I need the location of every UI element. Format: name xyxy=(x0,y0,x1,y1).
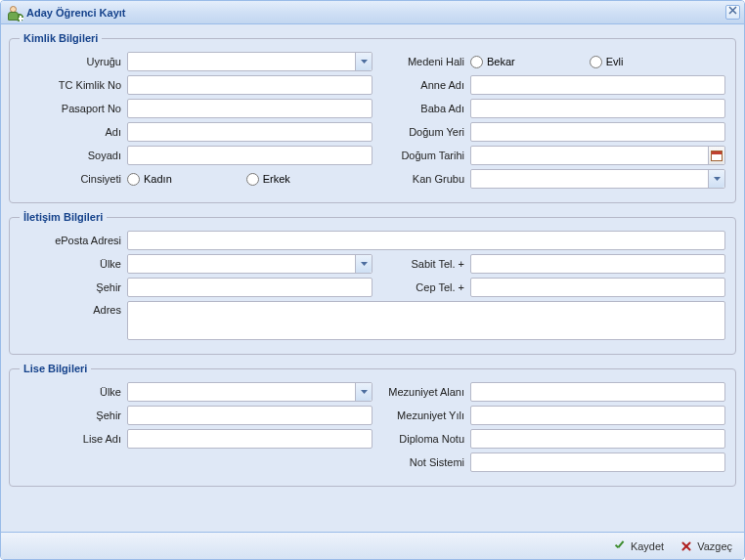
footer-toolbar: Kaydet Vazgeç xyxy=(1,532,744,559)
save-button-label: Kaydet xyxy=(631,540,664,552)
label-mezuniyet-yili: Mezuniyet Yılı xyxy=(372,409,470,421)
section-school: Lise Bilgileri Ülke xyxy=(9,363,736,487)
radio-kadin-label: Kadın xyxy=(144,173,172,185)
dogum-tarihi-input[interactable] xyxy=(471,147,708,164)
label-kan-grubu: Kan Grubu xyxy=(372,173,470,185)
body-area: Kimlik Bilgileri Uyruğu xyxy=(1,24,744,532)
section-contact-legend: İletişim Bilgileri xyxy=(20,211,107,223)
radio-evli-label: Evli xyxy=(606,56,624,67)
soyadi-input[interactable] xyxy=(127,146,372,165)
contact-ulke-input[interactable] xyxy=(128,255,355,273)
label-adres: Adres xyxy=(20,301,127,316)
mezuniyet-alani-input[interactable] xyxy=(470,382,725,402)
radio-kadin[interactable]: Kadın xyxy=(127,173,172,186)
label-contact-ulke: Ülke xyxy=(20,258,127,270)
baba-adi-input[interactable] xyxy=(470,99,725,118)
adi-input[interactable] xyxy=(127,122,372,142)
label-anne-adi: Anne Adı xyxy=(372,79,470,91)
label-dogum-yeri: Doğum Yeri xyxy=(372,126,470,138)
calendar-trigger[interactable] xyxy=(708,147,724,164)
close-button[interactable] xyxy=(725,5,740,20)
lise-adi-input[interactable] xyxy=(127,429,372,449)
section-identity: Kimlik Bilgileri Uyruğu xyxy=(9,32,736,203)
cep-tel-input[interactable] xyxy=(470,278,725,297)
radio-kadin-input[interactable] xyxy=(127,173,140,186)
adres-input[interactable] xyxy=(127,301,725,340)
titlebar: Aday Öğrenci Kayıt xyxy=(1,1,744,24)
kan-grubu-trigger[interactable] xyxy=(708,170,724,188)
label-uyrugu: Uyruğu xyxy=(20,56,127,67)
eposta-input[interactable] xyxy=(127,231,725,250)
label-lise-adi: Lise Adı xyxy=(20,433,127,445)
school-ulke-input[interactable] xyxy=(128,383,355,401)
label-sabit-tel: Sabit Tel. + xyxy=(372,258,470,270)
cross-icon xyxy=(679,539,693,553)
label-diploma-notu: Diploma Notu xyxy=(372,433,470,445)
label-cep-tel: Cep Tel. + xyxy=(372,281,470,293)
dogum-tarihi-field[interactable] xyxy=(470,146,725,165)
label-contact-sehir: Şehir xyxy=(20,281,127,293)
diploma-notu-input[interactable] xyxy=(470,429,725,449)
cancel-button-label: Vazgeç xyxy=(697,540,732,552)
cancel-button[interactable]: Vazgeç xyxy=(676,538,736,555)
save-button[interactable]: Kaydet xyxy=(609,538,668,555)
label-mezuniyet-alani: Mezuniyet Alanı xyxy=(372,386,470,398)
anne-adi-input[interactable] xyxy=(470,75,725,95)
kan-grubu-input[interactable] xyxy=(471,170,708,188)
label-medeni-hali: Medeni Hali xyxy=(372,56,470,67)
label-cinsiyeti: Cinsiyeti xyxy=(20,173,127,185)
label-school-sehir: Şehir xyxy=(20,409,127,421)
label-soyadi: Soyadı xyxy=(20,150,127,161)
section-contact: İletişim Bilgileri ePosta Adresi Ülke xyxy=(9,211,736,355)
label-pasaport: Pasaport No xyxy=(20,103,127,114)
section-school-legend: Lise Bilgileri xyxy=(20,363,91,374)
radio-erkek-input[interactable] xyxy=(246,173,259,186)
contact-ulke-trigger[interactable] xyxy=(355,255,372,273)
tc-kimlik-input[interactable] xyxy=(127,75,372,95)
school-ulke-combo[interactable] xyxy=(127,382,372,402)
radio-bekar-input[interactable] xyxy=(470,56,483,68)
radio-evli-input[interactable] xyxy=(590,56,602,68)
not-sistemi-input[interactable] xyxy=(470,452,725,472)
label-school-ulke: Ülke xyxy=(20,386,127,398)
label-dogum-tarihi: Doğum Tarihi xyxy=(372,150,470,161)
radio-erkek[interactable]: Erkek xyxy=(246,173,290,186)
kan-grubu-combo[interactable] xyxy=(470,169,725,189)
uyrugu-trigger[interactable] xyxy=(355,53,372,70)
radio-bekar[interactable]: Bekar xyxy=(470,56,515,68)
mezuniyet-yili-input[interactable] xyxy=(470,406,725,425)
label-not-sistemi: Not Sistemi xyxy=(372,456,470,468)
uyrugu-input[interactable] xyxy=(128,53,355,70)
contact-ulke-combo[interactable] xyxy=(127,254,372,274)
radio-bekar-label: Bekar xyxy=(487,56,515,67)
sabit-tel-input[interactable] xyxy=(470,254,725,274)
section-identity-legend: Kimlik Bilgileri xyxy=(20,32,102,44)
window-title: Aday Öğrenci Kayıt xyxy=(26,7,125,19)
radio-evli[interactable]: Evli xyxy=(590,56,624,68)
contact-sehir-input[interactable] xyxy=(127,278,372,297)
school-sehir-input[interactable] xyxy=(127,406,372,425)
label-adi: Adı xyxy=(20,126,127,138)
label-tc-kimlik: TC Kimlik No xyxy=(20,79,127,91)
tick-icon xyxy=(613,539,627,553)
calendar-icon xyxy=(711,151,723,161)
label-eposta: ePosta Adresi xyxy=(20,235,127,246)
school-ulke-trigger[interactable] xyxy=(355,383,372,401)
uyrugu-combo[interactable] xyxy=(127,52,372,71)
pasaport-input[interactable] xyxy=(127,99,372,118)
dialog-window: Aday Öğrenci Kayıt Kimlik Bilgileri Uyru… xyxy=(0,0,745,560)
label-baba-adi: Baba Adı xyxy=(372,103,470,114)
user-add-icon xyxy=(7,5,22,21)
dogum-yeri-input[interactable] xyxy=(470,122,725,142)
radio-erkek-label: Erkek xyxy=(263,173,290,185)
